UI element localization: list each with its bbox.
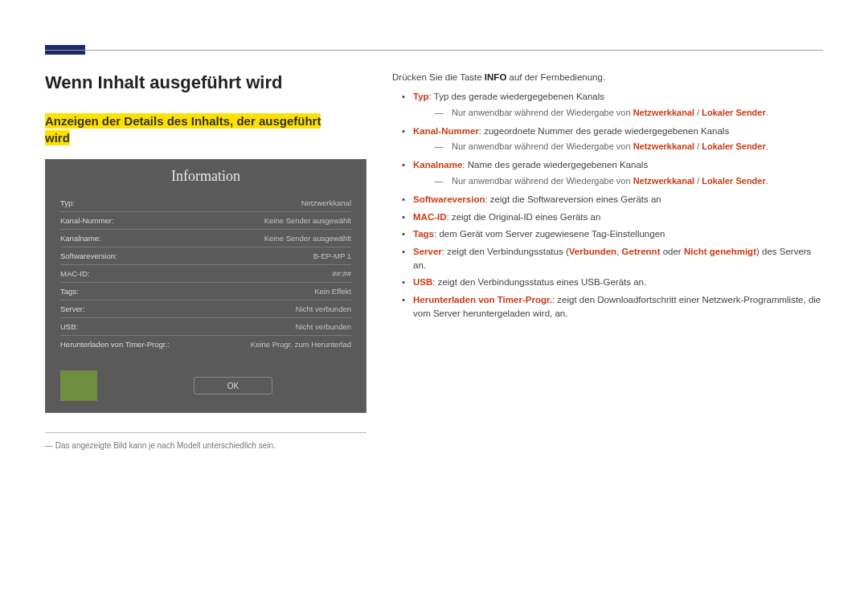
information-dialog-body: Typ:Netzwerkkanal Kanal-Nummer:Keine Sen… xyxy=(46,194,366,364)
info-row: Typ:Netzwerkkanal xyxy=(60,194,351,212)
footnote: ― Das angezeigte Bild kann je nach Model… xyxy=(45,432,366,450)
term-typ: Typ xyxy=(413,92,429,101)
sub-note: Nur anwendbar während der Wiedergabe von… xyxy=(429,175,823,188)
info-row: Softwareversion:B-EP-MP 1 xyxy=(60,247,351,265)
sub-note: Nur anwendbar während der Wiedergabe von… xyxy=(429,141,823,153)
list-item: USB: zeigt den Verbindungsstatus eines U… xyxy=(392,276,823,289)
info-row: MAC-ID:##:## xyxy=(60,265,351,283)
ok-button[interactable]: OK xyxy=(194,377,272,394)
section-heading: Anzeigen der Details des Inhalts, der au… xyxy=(45,112,366,146)
info-val: Nicht verbunden xyxy=(296,304,351,313)
list-item: Kanal-Nummer: zugeordnete Nummer des ger… xyxy=(392,125,823,154)
field-list: Typ: Typ des gerade wiedergegebenen Kana… xyxy=(392,90,823,320)
list-item: Server: zeigt den Verbindungsstatus (Ver… xyxy=(392,245,823,272)
info-val: Kein Effekt xyxy=(314,287,351,296)
info-row: Herunterladen von Timer-Progr.:Keine Pro… xyxy=(60,336,351,353)
info-key: USB: xyxy=(60,322,78,331)
sub-note: Nur anwendbar während der Wiedergabe von… xyxy=(429,107,823,120)
term-softwareversion: Softwareversion xyxy=(413,194,485,204)
info-val: Keine Progr. zum Herunterlad xyxy=(251,340,351,349)
information-dialog: Information Typ:Netzwerkkanal Kanal-Numm… xyxy=(45,159,366,413)
term-mac-id: MAC-ID xyxy=(413,212,447,222)
right-column: Drücken Sie die Taste INFO auf der Fernb… xyxy=(392,72,823,581)
information-dialog-footer: OK xyxy=(46,364,366,412)
info-key: Server: xyxy=(60,304,85,313)
header-rule xyxy=(45,50,823,51)
info-key: MAC-ID: xyxy=(60,269,89,278)
information-dialog-title: Information xyxy=(46,160,366,194)
page-title: Wenn Inhalt ausgeführt wird xyxy=(45,72,366,93)
info-key: Typ: xyxy=(60,198,75,207)
info-key: Herunterladen von Timer-Progr.: xyxy=(60,340,170,349)
footnote-text: Das angezeigte Bild kann je nach Modell … xyxy=(55,441,276,450)
lead-sentence: Drücken Sie die Taste INFO auf der Fernb… xyxy=(392,72,823,82)
green-square-icon xyxy=(60,370,97,401)
key-name: INFO xyxy=(485,72,506,82)
list-item: Herunterladen von Timer-Progr.: zeigt de… xyxy=(392,293,823,320)
info-row: Kanalname:Keine Sender ausgewählt xyxy=(60,230,351,247)
term-server: Server xyxy=(413,247,442,256)
info-row: Tags:Kein Effekt xyxy=(60,283,351,300)
section-heading-line1: Anzeigen der Details des Inhalts, der au… xyxy=(45,113,321,129)
info-val: Nicht verbunden xyxy=(296,322,351,331)
info-val: Keine Sender ausgewählt xyxy=(264,234,351,243)
term-kanalname: Kanalname xyxy=(413,160,462,170)
info-val: B-EP-MP 1 xyxy=(313,251,351,260)
page-body: Wenn Inhalt ausgeführt wird Anzeigen der… xyxy=(45,72,823,581)
term-tags: Tags xyxy=(413,229,434,239)
info-row: Server:Nicht verbunden xyxy=(60,300,351,318)
info-val: ##:## xyxy=(332,269,351,278)
list-item: Tags: dem Gerät vom Server zugewiesene T… xyxy=(392,227,823,241)
info-key: Tags: xyxy=(60,287,79,296)
info-key: Kanal-Nummer: xyxy=(60,216,114,225)
info-val: Netzwerkkanal xyxy=(301,198,351,207)
info-row: Kanal-Nummer:Keine Sender ausgewählt xyxy=(60,212,351,230)
info-key: Softwareversion: xyxy=(60,251,117,260)
section-heading-line2: wird xyxy=(45,130,70,145)
term-download: Herunterladen von Timer-Progr. xyxy=(413,295,552,304)
term-kanalnummer: Kanal-Nummer xyxy=(413,126,479,136)
list-item: Kanalname: Name des gerade wiedergegeben… xyxy=(392,158,823,188)
info-key: Kanalname: xyxy=(60,234,101,243)
list-item: Softwareversion: zeigt die Softwareversi… xyxy=(392,193,823,206)
left-column: Wenn Inhalt ausgeführt wird Anzeigen der… xyxy=(45,72,366,581)
info-row: USB:Nicht verbunden xyxy=(60,318,351,336)
info-val: Keine Sender ausgewählt xyxy=(264,216,351,225)
list-item: Typ: Typ des gerade wiedergegebenen Kana… xyxy=(392,90,823,120)
term-usb: USB xyxy=(413,277,432,287)
list-item: MAC-ID: zeigt die Original-ID eines Gerä… xyxy=(392,210,823,224)
